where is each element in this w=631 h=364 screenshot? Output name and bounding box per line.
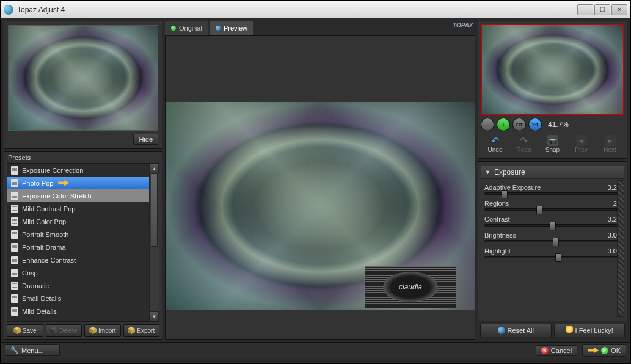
- preset-item[interactable]: Photo Pop: [7, 177, 159, 189]
- preset-item[interactable]: Mild Contrast Pop: [7, 202, 159, 215]
- ok-button[interactable]: ✓ OK: [582, 344, 626, 357]
- preset-item[interactable]: Small Details: [7, 292, 159, 305]
- slider-track[interactable]: [484, 256, 621, 258]
- slider-track[interactable]: [484, 240, 621, 242]
- section-scrollbar[interactable]: [617, 180, 624, 317]
- save-preset-button[interactable]: Save: [7, 324, 43, 337]
- preset-item[interactable]: Exposure Color Stretch: [7, 189, 159, 202]
- feel-lucky-button[interactable]: I Feel Lucky!: [554, 324, 626, 337]
- slider-row: Brightness0.00: [484, 231, 621, 242]
- document-icon: [11, 217, 18, 226]
- preset-label: Portrait Drama: [22, 244, 66, 251]
- preset-label: Crisp: [22, 269, 38, 277]
- tab-preview[interactable]: Preview: [210, 21, 253, 35]
- slider-knob[interactable]: [555, 253, 561, 262]
- dot-icon: [171, 26, 176, 31]
- panel-footer-buttons: Reset All I Feel Lucky!: [478, 324, 627, 340]
- slider-row: Regions22: [484, 200, 621, 211]
- preset-label: Small Details: [22, 295, 61, 302]
- preset-item[interactable]: Exposure Correction: [7, 164, 159, 177]
- right-column: − + FIT 1:1 41.7% ↶ Undo ↷ Redo: [478, 21, 627, 340]
- preset-label: Photo Pop: [22, 180, 53, 187]
- tab-original[interactable]: Original: [165, 21, 208, 35]
- preset-scrollbar[interactable]: ▲ ▼: [149, 164, 159, 321]
- preview-area[interactable]: claudia: [165, 35, 475, 340]
- redo-icon: ↷: [519, 135, 530, 146]
- presets-panel: Presets Exposure CorrectionPhoto PopExpo…: [4, 151, 162, 340]
- preset-label: Exposure Correction: [22, 167, 83, 174]
- preview-tabs: Original Preview TOPAZ: [165, 21, 475, 35]
- titlebar: Topaz Adjust 4 — ☐ ✕: [1, 1, 630, 18]
- zoom-out-button[interactable]: −: [481, 118, 494, 131]
- slider-row: Adaptive Exposure0.27: [484, 184, 621, 195]
- scroll-thumb[interactable]: [151, 173, 158, 247]
- document-icon: [11, 243, 18, 252]
- presets-header: Presets: [4, 152, 162, 163]
- slider-label: Contrast: [484, 216, 510, 223]
- slider-track[interactable]: [484, 208, 621, 211]
- wrench-icon: 🔧: [10, 346, 19, 354]
- reset-all-button[interactable]: Reset All: [480, 324, 552, 337]
- preset-item[interactable]: Enhance Contrast: [7, 253, 159, 266]
- cube-icon: [50, 327, 57, 334]
- slider-knob[interactable]: [502, 190, 508, 198]
- export-preset-button[interactable]: Export: [123, 324, 160, 337]
- preset-item[interactable]: Portrait Drama: [7, 241, 159, 253]
- scroll-down-button[interactable]: ▼: [150, 311, 159, 321]
- zoom-in-button[interactable]: +: [497, 118, 510, 131]
- slider-knob[interactable]: [536, 206, 542, 214]
- zoom-value: 41.7%: [548, 120, 569, 129]
- document-icon: [11, 179, 18, 187]
- maximize-button[interactable]: ☐: [594, 4, 610, 15]
- slider-knob[interactable]: [550, 222, 556, 230]
- slider-track[interactable]: [484, 224, 621, 227]
- slider-knob[interactable]: [553, 238, 559, 246]
- preset-label: Portrait Smooth: [22, 231, 68, 238]
- center-column: Original Preview TOPAZ claudia: [165, 21, 475, 340]
- slider-track[interactable]: [484, 192, 621, 195]
- pointer-icon: [588, 346, 599, 355]
- chevron-down-icon: ▼: [485, 169, 491, 175]
- minimize-button[interactable]: —: [577, 4, 593, 15]
- hide-button[interactable]: Hide: [133, 134, 158, 145]
- preset-item[interactable]: Dramatic: [7, 279, 159, 292]
- preset-item[interactable]: Portrait Smooth: [7, 228, 159, 241]
- document-icon: [11, 230, 18, 239]
- navigator-image[interactable]: [481, 24, 624, 115]
- app-icon: [4, 5, 13, 15]
- scroll-up-button[interactable]: ▲: [150, 164, 159, 173]
- watermark-text: claudia: [383, 272, 438, 302]
- preset-item[interactable]: Crisp: [7, 266, 159, 279]
- preset-label: Mild Color Pop: [22, 218, 66, 225]
- prev-button: ◄ Prev: [568, 135, 595, 153]
- zoom-actual-button[interactable]: 1:1: [528, 118, 542, 131]
- preset-item[interactable]: Mild Color Pop: [7, 215, 159, 228]
- x-icon: ×: [541, 347, 549, 354]
- menu-button[interactable]: 🔧 Menu...: [5, 344, 60, 356]
- preset-label: Exposure Color Stretch: [22, 192, 92, 200]
- check-icon: ✓: [601, 347, 608, 354]
- zoom-fit-button[interactable]: FIT: [512, 118, 526, 131]
- redo-button: ↷ Redo: [511, 135, 538, 153]
- slider-label: Brightness: [484, 231, 516, 239]
- exposure-section-header[interactable]: ▼ Exposure: [481, 166, 624, 179]
- undo-icon: ↶: [490, 135, 501, 146]
- import-preset-button[interactable]: Import: [84, 324, 121, 337]
- preset-preview-panel: Hide: [4, 21, 162, 149]
- snap-button[interactable]: 📷 Snap: [539, 135, 566, 153]
- delete-preset-button: Delete: [46, 324, 82, 337]
- preset-item[interactable]: Mild Details: [7, 305, 159, 318]
- document-icon: [11, 205, 18, 213]
- cube-icon: [128, 327, 135, 334]
- preset-preview-thumb: [8, 25, 158, 131]
- cancel-button[interactable]: × Cancel: [536, 345, 577, 356]
- cube-icon: [89, 327, 97, 334]
- undo-button[interactable]: ↶ Undo: [482, 135, 509, 153]
- next-icon: ►: [605, 135, 616, 146]
- history-actions: ↶ Undo ↷ Redo 📷 Snap ◄ Prev: [481, 134, 624, 156]
- footer: 🔧 Menu... × Cancel ✓ OK: [1, 342, 630, 358]
- close-button[interactable]: ✕: [611, 4, 627, 15]
- document-icon: [11, 192, 18, 200]
- preset-buttons-row: Save Delete Import Export: [4, 322, 162, 339]
- left-column: Hide Presets Exposure CorrectionPhoto Po…: [4, 21, 162, 340]
